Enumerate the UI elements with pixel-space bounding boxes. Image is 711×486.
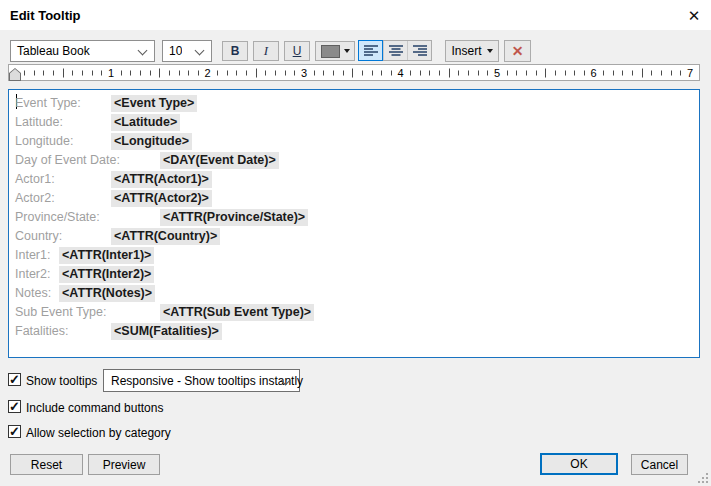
underline-button[interactable]: U <box>284 41 310 61</box>
ruler: 1 2 3 4 5 6 7 <box>8 64 700 81</box>
dialog-title: Edit Tooltip <box>10 8 81 23</box>
preview-button[interactable]: Preview <box>88 454 160 475</box>
delete-formatting-button[interactable]: ✕ <box>504 40 531 62</box>
ruler-number: 2 <box>202 67 212 78</box>
font-color-button[interactable] <box>315 41 355 61</box>
tooltip-line: Actor1:<ATTR(Actor1)> <box>15 170 699 189</box>
editor-text-area[interactable]: Event Type:<Event Type> Latitude:<Latitu… <box>8 89 700 358</box>
field-pill[interactable]: <ATTR(Sub Event Type)> <box>160 304 314 321</box>
alignment-group <box>358 40 432 61</box>
line-label: Province/State: <box>15 210 100 224</box>
field-pill[interactable]: <SUM(Fatalities)> <box>111 323 222 340</box>
tooltip-line: Actor2:<ATTR(Actor2)> <box>15 189 699 208</box>
show-tooltips-checkbox[interactable] <box>8 373 21 386</box>
ruler-number: 1 <box>106 67 116 78</box>
tooltip-line: Event Type:<Event Type> <box>15 94 699 113</box>
line-label: Notes: <box>15 286 51 300</box>
insert-label: Insert <box>451 44 481 58</box>
field-pill[interactable]: <Longitude> <box>111 133 192 150</box>
italic-button[interactable]: I <box>253 41 279 61</box>
line-label: Inter2: <box>15 267 50 281</box>
tooltip-mode-value: Responsive - Show tooltips instantly <box>104 374 303 388</box>
align-right-icon <box>412 44 428 57</box>
insert-button[interactable]: Insert <box>445 40 499 62</box>
line-label: Fatalities: <box>15 324 69 338</box>
align-center-button[interactable] <box>383 41 407 60</box>
font-family-value: Tableau Book <box>11 44 90 58</box>
include-command-buttons-checkbox[interactable] <box>8 400 21 413</box>
font-family-select[interactable]: Tableau Book <box>10 40 155 62</box>
tooltip-line: Province/State:<ATTR(Province/State)> <box>15 208 699 227</box>
tooltip-line: Inter1:<ATTR(Inter1)> <box>15 246 699 265</box>
chevron-down-icon <box>195 46 205 56</box>
line-label: Day of Event Date: <box>15 153 120 167</box>
align-center-icon <box>388 44 404 57</box>
font-size-value: 10 <box>163 44 182 58</box>
include-command-buttons-label[interactable]: Include command buttons <box>26 401 163 415</box>
tooltip-mode-select[interactable]: Responsive - Show tooltips instantly <box>103 369 300 392</box>
tooltip-line: Notes:<ATTR(Notes)> <box>15 284 699 303</box>
field-pill[interactable]: <Event Type> <box>111 95 197 112</box>
chevron-down-icon <box>138 46 148 56</box>
ruler-number: 6 <box>588 67 598 78</box>
allow-selection-checkbox[interactable] <box>8 425 21 438</box>
tooltip-line: Fatalities:<SUM(Fatalities)> <box>15 322 699 341</box>
field-pill[interactable]: <ATTR(Inter2)> <box>59 266 154 283</box>
title-bar: Edit Tooltip ✕ <box>0 0 711 30</box>
ruler-number: 7 <box>685 67 695 78</box>
field-pill[interactable]: <ATTR(Actor1)> <box>111 171 212 188</box>
reset-button[interactable]: Reset <box>10 454 83 475</box>
red-x-icon: ✕ <box>512 43 524 59</box>
field-pill[interactable]: <ATTR(Inter1)> <box>59 247 154 264</box>
line-label: Inter1: <box>15 248 50 262</box>
edit-tooltip-dialog: Edit Tooltip ✕ Tableau Book 10 B I U <box>0 0 711 486</box>
line-label: Actor1: <box>15 172 55 186</box>
field-pill[interactable]: <DAY(Event Date)> <box>160 152 279 169</box>
close-icon[interactable]: ✕ <box>684 6 704 26</box>
ruler-number: 3 <box>299 67 309 78</box>
font-size-select[interactable]: 10 <box>162 40 212 62</box>
tooltip-line: Longitude:<Longitude> <box>15 132 699 151</box>
allow-selection-label[interactable]: Allow selection by category <box>26 426 171 440</box>
show-tooltips-label[interactable]: Show tooltips <box>26 374 97 388</box>
color-swatch <box>321 45 340 58</box>
tooltip-line: Day of Event Date:<DAY(Event Date)> <box>15 151 699 170</box>
align-left-button[interactable] <box>358 40 383 61</box>
field-pill[interactable]: <ATTR(Notes)> <box>59 285 155 302</box>
ruler-number: 4 <box>395 67 405 78</box>
tooltip-line: Country:<ATTR(Country)> <box>15 227 699 246</box>
tooltip-line: Inter2:<ATTR(Inter2)> <box>15 265 699 284</box>
field-pill[interactable]: <ATTR(Country)> <box>111 228 220 245</box>
dropdown-arrow-icon <box>487 49 493 53</box>
line-label: Latitude: <box>15 115 63 129</box>
line-label: Actor2: <box>15 191 55 205</box>
tooltip-line: Sub Event Type:<ATTR(Sub Event Type)> <box>15 303 699 322</box>
dropdown-arrow-icon <box>344 49 350 53</box>
line-label: Event Type: <box>15 96 81 110</box>
bold-button[interactable]: B <box>222 41 248 61</box>
ruler-number: 5 <box>492 67 502 78</box>
cancel-button[interactable]: Cancel <box>631 454 688 475</box>
line-label: Sub Event Type: <box>15 305 107 319</box>
field-pill[interactable]: <ATTR(Province/State)> <box>160 209 308 226</box>
line-label: Country: <box>15 229 62 243</box>
tooltip-line: Latitude:<Latitude> <box>15 113 699 132</box>
line-label: Longitude: <box>15 134 73 148</box>
field-pill[interactable]: <Latitude> <box>111 114 180 131</box>
ruler-margin-marker[interactable] <box>9 68 21 81</box>
field-pill[interactable]: <ATTR(Actor2)> <box>111 190 212 207</box>
align-left-icon <box>363 44 379 57</box>
align-right-button[interactable] <box>407 41 431 60</box>
ok-button[interactable]: OK <box>540 453 618 475</box>
resize-grip[interactable] <box>698 473 708 483</box>
